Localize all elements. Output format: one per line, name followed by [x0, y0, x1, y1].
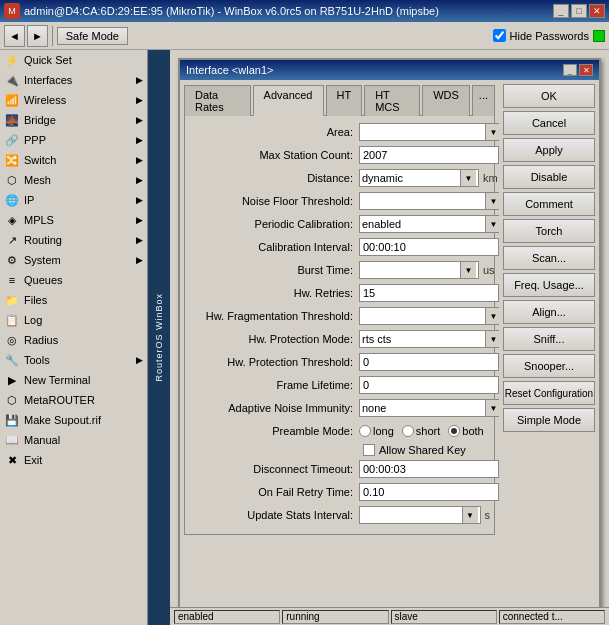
adaptive-noise-immunity-dropdown-arrow[interactable]: ▼ [485, 400, 499, 416]
back-button[interactable]: ◄ [4, 25, 25, 47]
sidebar-item-switch[interactable]: 🔀 Switch ▶ [0, 150, 147, 170]
tools-icon: 🔧 [4, 352, 20, 368]
simple-mode-button[interactable]: Simple Mode [503, 408, 595, 432]
preamble-both-radio[interactable] [448, 425, 460, 437]
tab-data-rates[interactable]: Data Rates [184, 85, 251, 116]
reset-configuration-button[interactable]: Reset Configuration [503, 381, 595, 405]
sidebar-item-quick-set[interactable]: ⚡ Quick Set [0, 50, 147, 70]
interfaces-icon: 🔌 [4, 72, 20, 88]
distance-select[interactable]: dynamic ▼ [359, 169, 479, 187]
sidebar-label-log: Log [24, 314, 42, 326]
forward-button[interactable]: ► [27, 25, 48, 47]
maximize-button[interactable]: □ [571, 4, 587, 18]
sidebar-label-ppp: PPP [24, 134, 46, 146]
interface-dialog: Interface <wlan1> _ ✕ Data Rates [178, 58, 601, 609]
periodic-calibration-dropdown-arrow[interactable]: ▼ [485, 216, 499, 232]
sidebar-item-mpls[interactable]: ◈ MPLS ▶ [0, 210, 147, 230]
hw-retries-control [359, 284, 499, 302]
scan-button[interactable]: Scan... [503, 246, 595, 270]
dialog-minimize-button[interactable]: _ [563, 64, 577, 76]
hw-protection-mode-dropdown-arrow[interactable]: ▼ [485, 331, 499, 347]
ppp-icon: 🔗 [4, 132, 20, 148]
torch-button[interactable]: Torch [503, 219, 595, 243]
title-bar-controls: _ □ ✕ [553, 4, 605, 18]
sniff-button[interactable]: Sniff... [503, 327, 595, 351]
on-fail-retry-time-control: s [359, 483, 499, 501]
sidebar-item-files[interactable]: 📁 Files [0, 290, 147, 310]
distance-dropdown-arrow[interactable]: ▼ [460, 170, 476, 186]
hw-fragmentation-dropdown-arrow[interactable]: ▼ [485, 308, 499, 324]
disconnect-timeout-control [359, 460, 499, 478]
noise-floor-threshold-row: Noise Floor Threshold: ▼ [189, 191, 490, 211]
dialog-close-button[interactable]: ✕ [579, 64, 593, 76]
sidebar-item-routing[interactable]: ↗ Routing ▶ [0, 230, 147, 250]
burst-time-dropdown-arrow[interactable]: ▼ [460, 262, 476, 278]
preamble-long-option[interactable]: long [359, 425, 394, 437]
calibration-interval-input[interactable] [359, 238, 499, 256]
sidebar-item-wireless[interactable]: 📶 Wireless ▶ [0, 90, 147, 110]
disconnect-timeout-input[interactable] [359, 460, 499, 478]
hide-passwords-container: Hide Passwords [493, 29, 605, 42]
update-stats-interval-dropdown-arrow[interactable]: ▼ [462, 507, 478, 523]
preamble-short-radio[interactable] [402, 425, 414, 437]
tab-ht-mcs[interactable]: HT MCS [364, 85, 420, 116]
tab-more[interactable]: ... [472, 85, 495, 116]
sidebar-item-ip[interactable]: 🌐 IP ▶ [0, 190, 147, 210]
sidebar-label-new-terminal: New Terminal [24, 374, 90, 386]
periodic-calibration-select[interactable]: enabled ▼ [359, 215, 499, 233]
apply-button[interactable]: Apply [503, 138, 595, 162]
sidebar-label-queues: Queues [24, 274, 63, 286]
cancel-button[interactable]: Cancel [503, 111, 595, 135]
preamble-short-option[interactable]: short [402, 425, 440, 437]
sidebar-item-manual[interactable]: 📖 Manual [0, 430, 147, 450]
burst-time-label: Burst Time: [189, 264, 359, 276]
ok-button[interactable]: OK [503, 84, 595, 108]
hw-fragmentation-select[interactable]: ▼ [359, 307, 499, 325]
sidebar-item-mesh[interactable]: ⬡ Mesh ▶ [0, 170, 147, 190]
area-dropdown-arrow[interactable]: ▼ [485, 124, 499, 140]
sidebar-item-metarouter[interactable]: ⬡ MetaROUTER [0, 390, 147, 410]
mesh-arrow: ▶ [136, 175, 143, 185]
on-fail-retry-time-input[interactable] [359, 483, 499, 501]
burst-time-select[interactable]: ▼ [359, 261, 479, 279]
sidebar-item-log[interactable]: 📋 Log [0, 310, 147, 330]
sidebar-item-tools[interactable]: 🔧 Tools ▶ [0, 350, 147, 370]
safe-mode-button[interactable]: Safe Mode [57, 27, 128, 45]
sidebar-item-make-supout[interactable]: 💾 Make Supout.rif [0, 410, 147, 430]
sidebar-item-bridge[interactable]: 🌉 Bridge ▶ [0, 110, 147, 130]
minimize-button[interactable]: _ [553, 4, 569, 18]
routing-icon: ↗ [4, 232, 20, 248]
area-select[interactable]: ▼ [359, 123, 499, 141]
update-stats-interval-select[interactable]: ▼ [359, 506, 481, 524]
preamble-both-option[interactable]: both [448, 425, 483, 437]
noise-floor-dropdown-arrow[interactable]: ▼ [485, 193, 499, 209]
hw-protection-mode-select[interactable]: rts cts ▼ [359, 330, 499, 348]
align-button[interactable]: Align... [503, 300, 595, 324]
metarouter-icon: ⬡ [4, 392, 20, 408]
comment-button[interactable]: Comment [503, 192, 595, 216]
disable-button[interactable]: Disable [503, 165, 595, 189]
frame-lifetime-input[interactable] [359, 376, 499, 394]
sidebar-item-new-terminal[interactable]: ▶ New Terminal [0, 370, 147, 390]
max-station-count-input[interactable] [359, 146, 499, 164]
max-station-count-control [359, 146, 499, 164]
tab-ht[interactable]: HT [326, 85, 363, 116]
tab-advanced[interactable]: Advanced [253, 85, 324, 116]
hide-passwords-checkbox[interactable] [493, 29, 506, 42]
sidebar-item-interfaces[interactable]: 🔌 Interfaces ▶ [0, 70, 147, 90]
tab-wds[interactable]: WDS [422, 85, 470, 116]
snooper-button[interactable]: Snooper... [503, 354, 595, 378]
sidebar-item-radius[interactable]: ◎ Radius [0, 330, 147, 350]
noise-floor-threshold-select[interactable]: ▼ [359, 192, 499, 210]
sidebar-item-exit[interactable]: ✖ Exit [0, 450, 147, 470]
hw-protection-threshold-input[interactable] [359, 353, 499, 371]
freq-usage-button[interactable]: Freq. Usage... [503, 273, 595, 297]
adaptive-noise-immunity-select[interactable]: none ▼ [359, 399, 499, 417]
allow-shared-key-checkbox[interactable] [363, 444, 375, 456]
sidebar-item-system[interactable]: ⚙ System ▶ [0, 250, 147, 270]
sidebar-item-queues[interactable]: ≡ Queues [0, 270, 147, 290]
close-button[interactable]: ✕ [589, 4, 605, 18]
hw-retries-input[interactable] [359, 284, 499, 302]
preamble-long-radio[interactable] [359, 425, 371, 437]
sidebar-item-ppp[interactable]: 🔗 PPP ▶ [0, 130, 147, 150]
